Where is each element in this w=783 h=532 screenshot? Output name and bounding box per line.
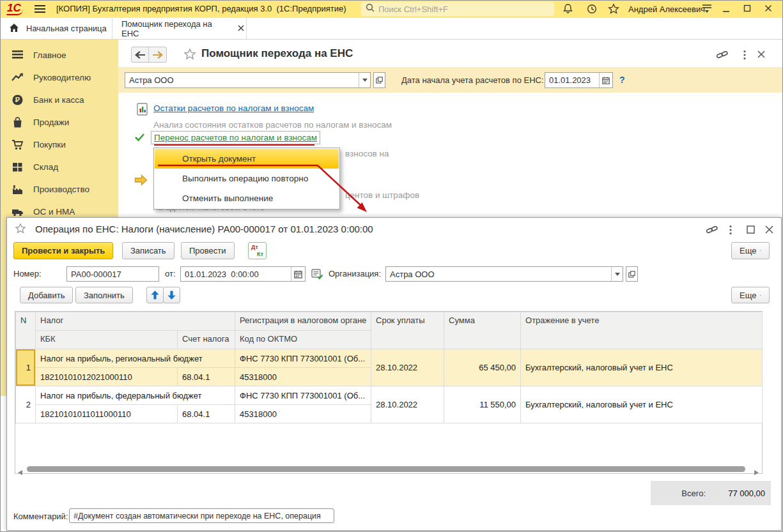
fill-button[interactable]: Заполнить xyxy=(75,287,133,303)
cell-kbk[interactable]: 18210101012021000110 xyxy=(36,368,178,386)
more-menu-icon[interactable] xyxy=(743,50,756,61)
scrollbar-thumb[interactable] xyxy=(27,466,745,472)
number-field[interactable]: РА00-000017 xyxy=(66,266,159,282)
more-menu-icon[interactable] xyxy=(729,225,740,235)
sidebar-item-sales[interactable]: Продажи xyxy=(0,111,118,133)
post-button[interactable]: Провести xyxy=(181,242,235,259)
cell-n[interactable]: 1 xyxy=(16,349,36,386)
sidebar-item-purchases[interactable]: Покупки xyxy=(0,133,118,156)
menu-item-cancel-execution[interactable]: Отменить выполнение xyxy=(155,188,339,208)
cell-oktmo[interactable]: 45318000 xyxy=(235,368,371,386)
totals-panel: Всего: 77 000,00 xyxy=(651,481,771,505)
date-field[interactable]: 01.01.2023 0:00:00 xyxy=(180,266,306,282)
cell-reflection[interactable]: Бухгалтерский, налоговый учет и ЕНС xyxy=(521,349,763,386)
cell-amount[interactable]: 65 450,00 xyxy=(444,349,521,386)
trend-chart-icon xyxy=(12,72,24,84)
sidebar-item-bank-cash[interactable]: Р Банк и касса xyxy=(0,89,118,111)
current-user-name[interactable]: Андрей Алексеевич xyxy=(628,4,705,14)
sidebar-item-manager[interactable]: Руководителю xyxy=(0,66,118,89)
organization-field[interactable]: Астра ООО xyxy=(385,266,623,282)
cell-due[interactable]: 28.10.2022 xyxy=(371,386,444,423)
cell-account[interactable]: 68.04.1 xyxy=(178,405,235,423)
move-row-up-button[interactable] xyxy=(146,287,164,303)
window-minimize-icon[interactable] xyxy=(722,5,732,15)
column-header-due: Срок уплаты xyxy=(371,312,444,349)
get-link-icon[interactable] xyxy=(716,50,729,61)
tab-ens-assistant[interactable]: Помощник перехода на ЕНС xyxy=(112,18,247,39)
global-search[interactable] xyxy=(361,2,554,16)
sidebar-item-warehouse[interactable]: Склад xyxy=(0,156,118,178)
forward-button[interactable] xyxy=(149,47,166,62)
cell-tax[interactable]: Налог на прибыль, федеральный бюджет xyxy=(36,386,235,405)
search-input[interactable] xyxy=(378,4,532,14)
more-actions-button[interactable]: Еще xyxy=(731,242,770,259)
ens-date-value: 01.01.2023 xyxy=(545,73,599,87)
write-button[interactable]: Записать xyxy=(122,242,174,259)
menu-item-open-document[interactable]: Открыть документ xyxy=(155,149,339,169)
favorites-star-icon[interactable] xyxy=(608,3,621,15)
main-section-icon xyxy=(12,49,24,61)
cell-due[interactable]: 28.10.2022 xyxy=(371,349,444,386)
number-value: РА00-000017 xyxy=(67,270,159,279)
cell-kbk[interactable]: 18210101011011000110 xyxy=(36,405,178,423)
credit-label: Кт xyxy=(257,251,263,257)
cell-oktmo[interactable]: 45318000 xyxy=(235,405,371,423)
more-table-actions-button[interactable]: Еще xyxy=(731,287,770,303)
scroll-right-icon[interactable] xyxy=(754,466,759,471)
close-window-icon[interactable] xyxy=(764,225,776,235)
organization-open-icon[interactable] xyxy=(626,266,638,282)
organization-select[interactable]: Астра ООО xyxy=(125,72,371,88)
comment-input[interactable] xyxy=(69,508,334,523)
cell-registration[interactable]: ФНС 7730 КПП 773001001 (Об... xyxy=(235,349,371,368)
app-titlebar: 1С [КОПИЯ] Бухгалтерия предприятия КОРП,… xyxy=(0,0,783,18)
tab-home-page[interactable]: Начальная страница xyxy=(0,18,112,39)
sidebar-item-main[interactable]: Главное xyxy=(0,44,118,66)
post-and-close-button[interactable]: Провести и закрыть xyxy=(13,242,113,259)
history-icon[interactable] xyxy=(586,3,599,15)
column-header-amount: Сумма xyxy=(444,312,521,349)
move-row-down-button[interactable] xyxy=(163,287,180,303)
window-maximize-icon[interactable] xyxy=(743,4,753,14)
menu-item-repeat-operation[interactable]: Выполнить операцию повторно xyxy=(155,169,339,188)
window-close-icon[interactable] xyxy=(764,4,774,14)
report-document-icon xyxy=(137,103,148,118)
close-form-icon[interactable] xyxy=(757,50,770,61)
cell-amount[interactable]: 11 550,00 xyxy=(444,386,521,423)
navigation-buttons xyxy=(131,47,167,63)
favorite-star-icon[interactable] xyxy=(15,223,26,234)
dropdown-arrow-icon[interactable] xyxy=(359,73,370,87)
organization-open-icon[interactable] xyxy=(373,72,385,88)
dropdown-arrow-icon[interactable] xyxy=(611,267,623,281)
step-transfer-link[interactable]: Перенос расчетов по налогам и взносам xyxy=(151,131,320,144)
sidebar-item-production[interactable]: Производство xyxy=(0,178,118,201)
cell-registration[interactable]: ФНС 7730 КПП 773001001 (Об... xyxy=(235,386,371,405)
ens-date-field[interactable]: 01.01.2023 xyxy=(545,72,613,88)
cell-n[interactable]: 2 xyxy=(16,386,36,423)
back-button[interactable] xyxy=(132,47,149,62)
number-label: Номер: xyxy=(13,269,42,278)
calendar-icon[interactable] xyxy=(599,73,612,87)
cell-reflection[interactable]: Бухгалтерский, налоговый учет и ЕНС xyxy=(521,386,763,423)
cell-account[interactable]: 68.04.1 xyxy=(178,368,235,386)
cell-tax[interactable]: Налог на прибыль, региональный бюджет xyxy=(36,349,235,368)
scroll-left-icon[interactable] xyxy=(18,466,23,471)
horizontal-scrollbar[interactable] xyxy=(15,464,762,473)
service-settings-icon[interactable] xyxy=(701,3,714,15)
maximize-window-icon[interactable] xyxy=(746,225,757,235)
get-link-icon[interactable] xyxy=(706,225,717,235)
calendar-icon[interactable] xyxy=(291,267,305,281)
main-menu-icon[interactable] xyxy=(35,5,45,13)
current-step-arrow-icon xyxy=(134,174,148,188)
table-row[interactable]: 2 Налог на прибыль, федеральный бюджет Ф… xyxy=(16,386,763,405)
help-link[interactable]: ? xyxy=(619,75,625,85)
add-row-button[interactable]: Добавить xyxy=(20,287,73,303)
notifications-bell-icon[interactable] xyxy=(562,3,575,15)
step-balances-link[interactable]: Остатки расчетов по налогам и взносам xyxy=(153,103,314,113)
document-posted-icon xyxy=(311,268,323,282)
tab-close-icon[interactable] xyxy=(237,24,246,33)
table-row[interactable]: 1 Налог на прибыль, региональный бюджет … xyxy=(16,349,763,368)
page-title: Помощник перехода на ЕНС xyxy=(201,47,353,60)
favorite-page-star-icon[interactable] xyxy=(183,48,196,61)
show-postings-button[interactable]: Дт Кт xyxy=(248,242,267,259)
more-label: Еще xyxy=(740,246,756,255)
